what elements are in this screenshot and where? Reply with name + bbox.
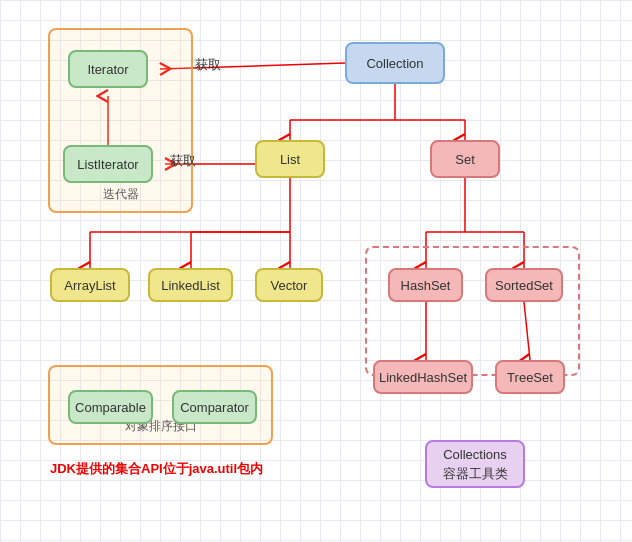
- linkedlist-node: LinkedList: [148, 268, 233, 302]
- linkedhashset-node: LinkedHashSet: [373, 360, 473, 394]
- listiterator-node: ListIterator: [63, 145, 153, 183]
- sortedset-node: SortedSet: [485, 268, 563, 302]
- bottom-note: JDK提供的集合API位于java.util包内: [50, 460, 263, 478]
- comparator-node: Comparator: [172, 390, 257, 424]
- hashset-node: HashSet: [388, 268, 463, 302]
- list-node: List: [255, 140, 325, 178]
- get-label-2: 获取: [170, 152, 196, 170]
- set-group: [365, 246, 580, 376]
- comparable-node: Comparable: [68, 390, 153, 424]
- get-label-1: 获取: [195, 56, 221, 74]
- arraylist-node: ArrayList: [50, 268, 130, 302]
- iterator-node: Iterator: [68, 50, 148, 88]
- treeset-node: TreeSet: [495, 360, 565, 394]
- set-node: Set: [430, 140, 500, 178]
- collection-node: Collection: [345, 42, 445, 84]
- canvas: 迭代器 对象排序接口 获取 获取 Collection Set List Ite…: [0, 0, 632, 542]
- iterator-group-label: 迭代器: [50, 186, 191, 203]
- vector-node: Vector: [255, 268, 323, 302]
- collections-node: Collections 容器工具类: [425, 440, 525, 488]
